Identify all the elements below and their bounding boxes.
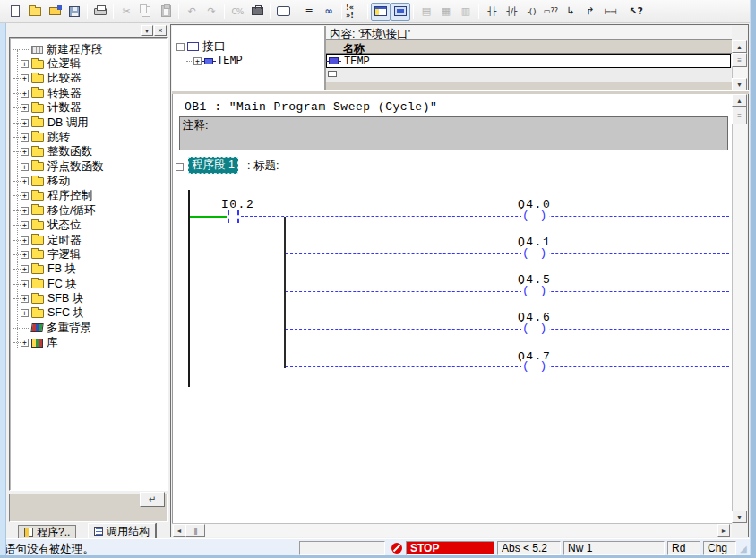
coil-symbol[interactable]: ( ) [521, 322, 549, 335]
print-icon[interactable] [90, 3, 110, 21]
expand-icon[interactable] [21, 148, 29, 156]
decl-scroll-up-icon[interactable]: ▲ [732, 40, 747, 53]
expand-icon[interactable] [21, 207, 29, 215]
contact-operand[interactable]: I0.2 [221, 198, 254, 211]
dock-dropdown-icon[interactable]: ▼ [141, 25, 153, 36]
contact-no-icon[interactable]: ┤├ [482, 3, 502, 21]
expand-icon[interactable] [21, 221, 29, 229]
open-networks-icon[interactable]: ▦ [436, 3, 456, 21]
comment-box[interactable]: 注释: [179, 116, 728, 150]
coil-symbol[interactable]: ( ) [521, 359, 549, 373]
sidebar-item-word-logic[interactable]: 字逻辑 [10, 247, 167, 262]
open-branch-icon[interactable]: ↳ [561, 3, 580, 21]
tab-program-elements[interactable]: 程序?.. [18, 525, 76, 538]
editor-scroll-thumb[interactable]: ≡ [732, 107, 747, 124]
download-icon[interactable] [247, 3, 267, 21]
collapse-icon[interactable] [176, 43, 185, 51]
window-overview-icon[interactable] [391, 3, 410, 21]
resize-grip[interactable]: ◢ [740, 544, 747, 554]
symbol-info-icon[interactable]: ≡ [299, 3, 319, 21]
close-branch-icon[interactable]: ↱ [580, 3, 600, 21]
coil-icon[interactable]: -( ) [521, 3, 541, 21]
sidebar-item-db-call[interactable]: DB 调用 [10, 116, 167, 130]
expand-icon[interactable] [21, 280, 29, 288]
sidebar-item-bit-logic[interactable]: 位逻辑 [10, 56, 167, 71]
save-icon[interactable] [64, 3, 84, 21]
sidebar-item-fc-blocks[interactable]: FC 块 [10, 277, 167, 291]
window-lad-icon[interactable] [371, 3, 391, 21]
sidebar-item-timers[interactable]: 定时器 [10, 233, 167, 247]
decl-scroll-down-icon[interactable]: ▼ [732, 78, 747, 90]
expand-icon[interactable] [21, 104, 29, 112]
sidebar-item-shift-rotate[interactable]: 移位/循环 [10, 203, 167, 218]
redo-icon[interactable]: ↷ [202, 3, 221, 21]
interface-root[interactable]: 接口 [176, 39, 226, 55]
editor-scroll-track[interactable] [732, 107, 747, 511]
sidebar-item-integer-fn[interactable]: 整数函数 [10, 145, 167, 159]
contact-bar-right[interactable] [237, 210, 239, 223]
monitor-glasses-icon[interactable]: ∞ [319, 3, 339, 21]
sidebar-item-new-network[interactable]: 新建程序段 [10, 42, 167, 56]
open-icon[interactable] [25, 3, 45, 21]
expand-icon[interactable] [21, 251, 29, 259]
sidebar-item-program-control[interactable]: 程序控制 [10, 189, 167, 203]
editor-scroll-down-icon[interactable]: ▼ [732, 511, 747, 523]
paste-icon[interactable] [156, 3, 176, 21]
decl-scroll-thumb[interactable]: ≡ [732, 53, 747, 67]
sidebar-item-status-bits[interactable]: 状态位 [10, 219, 167, 233]
contact-bar-left[interactable] [228, 210, 229, 223]
expand-icon[interactable] [21, 236, 29, 245]
table-row-temp[interactable]: TEMP [326, 54, 731, 68]
contact-nc-icon[interactable]: ┤/├ [502, 3, 521, 21]
sidebar-item-counter[interactable]: 计数器 [10, 101, 167, 116]
expand-icon[interactable] [21, 265, 29, 273]
open-block-icon[interactable] [45, 3, 64, 21]
sidebar-item-multi-instance[interactable]: 多重背景 [10, 321, 167, 335]
expand-icon[interactable] [21, 192, 29, 200]
network-title[interactable]: 程序段 1 [188, 157, 238, 174]
connector-icon[interactable]: ⊢⊣ [600, 3, 620, 21]
expand-icon[interactable] [21, 90, 29, 98]
expand-icon[interactable] [21, 119, 29, 127]
expand-icon[interactable] [21, 177, 29, 185]
sidebar-item-libraries[interactable]: 库 [10, 336, 167, 350]
network-collapse-icon[interactable] [176, 159, 184, 172]
coil-symbol[interactable]: ( ) [521, 284, 549, 297]
new-network-icon[interactable]: ▤ [417, 3, 436, 21]
close-networks-icon[interactable]: ▥ [456, 3, 476, 21]
editor-hscroll-right-icon[interactable]: ► [717, 524, 730, 537]
program-status-icon[interactable]: !« »! [345, 3, 365, 21]
dock-close-icon[interactable]: × [154, 25, 167, 36]
expand-icon[interactable] [21, 339, 29, 347]
sidebar-item-sfc-blocks[interactable]: SFC 块 [10, 306, 167, 321]
expand-icon[interactable] [21, 163, 29, 171]
editor-hscroll-thumb[interactable]: ||| [185, 524, 205, 537]
expand-icon[interactable] [21, 295, 29, 303]
empty-box-icon[interactable]: ▭?? [541, 3, 561, 21]
undo-icon[interactable]: ↶ [182, 3, 202, 21]
editor-scroll-up-icon[interactable]: ▲ [732, 94, 747, 107]
sidebar-item-float-fn[interactable]: 浮点数函数 [10, 159, 167, 174]
display-toggle-icon[interactable] [273, 3, 293, 21]
table-row-empty[interactable] [326, 68, 731, 82]
new-icon[interactable] [5, 3, 25, 21]
expand-icon[interactable] [21, 309, 29, 317]
help-icon[interactable]: ↖? [626, 3, 646, 21]
coil-symbol[interactable]: ( ) [521, 246, 549, 260]
tab-call-structure[interactable]: 调用结构 [88, 523, 156, 538]
editor-hscroll-track[interactable] [172, 523, 732, 537]
sidebar-item-converter[interactable]: 转换器 [10, 86, 167, 100]
sidebar-item-jump[interactable]: 跳转 [10, 130, 167, 144]
expand-icon[interactable] [21, 133, 29, 142]
expand-icon[interactable] [21, 60, 29, 68]
copy-icon[interactable] [136, 3, 156, 21]
description-toggle-icon[interactable]: ↵ [140, 492, 165, 507]
expand-icon[interactable] [193, 57, 202, 65]
sidebar-item-fb-blocks[interactable]: FB 块 [10, 262, 167, 277]
sidebar-item-sfb-blocks[interactable]: SFB 块 [10, 291, 167, 305]
cut-icon[interactable]: ✂ [116, 3, 136, 21]
expand-icon[interactable] [21, 74, 29, 82]
coil-symbol[interactable]: ( ) [521, 209, 549, 222]
interface-temp-node[interactable]: TEMP [186, 55, 243, 67]
sidebar-item-move[interactable]: 移动 [10, 174, 167, 188]
